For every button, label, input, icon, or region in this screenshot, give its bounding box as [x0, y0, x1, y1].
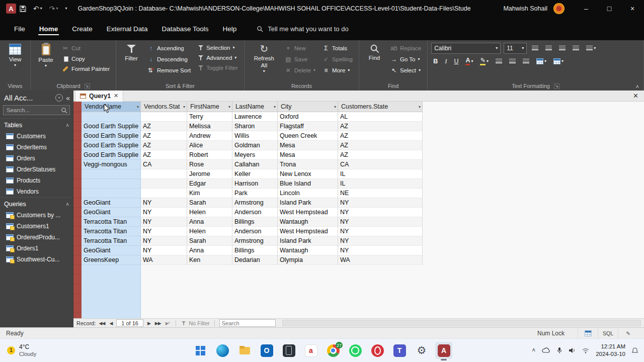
acrobat-icon[interactable]: a	[302, 342, 319, 359]
nav-pane-menu-icon[interactable]: ˅	[55, 94, 63, 102]
record-selector[interactable]	[73, 122, 82, 131]
settings-icon[interactable]: ⚙	[413, 342, 430, 359]
select-all-corner[interactable]	[73, 102, 82, 112]
nav-item-products[interactable]: Products	[0, 175, 73, 186]
opera-icon[interactable]	[369, 342, 386, 359]
column-header-vendors-stat[interactable]: Vendors.Stat▾	[141, 102, 187, 112]
nav-item-orderstatuses[interactable]: OrderStatuses	[0, 164, 73, 175]
table-cell[interactable]	[82, 179, 141, 189]
menu-tab-create[interactable]: Create	[65, 21, 100, 37]
table-cell[interactable]: Robert	[187, 150, 232, 160]
table-cell[interactable]: AZ	[141, 141, 187, 150]
column-dropdown-icon[interactable]: ▾	[419, 105, 421, 109]
save-record-button[interactable]: ▤Save	[282, 54, 318, 64]
table-cell[interactable]: Sharon	[232, 122, 278, 131]
table-cell[interactable]: NY	[141, 208, 187, 217]
find-button[interactable]: Find	[363, 43, 386, 63]
column-header-city[interactable]: City▾	[278, 102, 338, 112]
table-cell[interactable]: Armstrong	[232, 236, 278, 246]
nav-item-customers[interactable]: Customers	[0, 131, 73, 142]
table-cell[interactable]: AZ	[338, 141, 423, 150]
table-cell[interactable]: Sarah	[187, 198, 232, 208]
table-cell[interactable]: Melissa	[187, 122, 232, 131]
column-header-lastname[interactable]: LastName▾	[232, 102, 278, 112]
table-cell[interactable]: WA	[141, 255, 187, 265]
tray-expand-icon[interactable]: ˄	[532, 347, 535, 354]
format-painter-button[interactable]: Format Painter	[59, 64, 112, 73]
table-cell[interactable]: Queen Creek	[278, 131, 338, 141]
table-cell[interactable]: GeoGiant	[82, 246, 141, 255]
column-dropdown-icon[interactable]: ▾	[334, 105, 336, 109]
table-cell[interactable]: AZ	[338, 122, 423, 131]
table-cell[interactable]: IL	[338, 169, 423, 179]
table-cell[interactable]: Anna	[187, 246, 232, 255]
record-selector[interactable]	[73, 112, 82, 122]
nav-pane-collapse-button[interactable]: «	[66, 94, 70, 102]
table-cell[interactable]: Park	[232, 189, 278, 198]
table-cell[interactable]: Meyers	[232, 150, 278, 160]
table-cell[interactable]: NY	[141, 217, 187, 227]
table-cell[interactable]: Lincoln	[278, 189, 338, 198]
collapse-ribbon-button[interactable]: ˄	[636, 83, 639, 89]
menu-tab-external-data[interactable]: External Data	[100, 21, 155, 37]
outlook-icon[interactable]: O	[258, 342, 275, 359]
bullet-list-button[interactable]	[530, 45, 540, 52]
undo-button[interactable]: ↶▾	[30, 3, 46, 14]
align-right-button[interactable]	[521, 58, 531, 65]
table-cell[interactable]: Island Park	[278, 198, 338, 208]
minimize-button[interactable]: –	[575, 0, 598, 17]
alternate-row-color-button[interactable]: ▾	[551, 57, 566, 65]
view-button[interactable]: View▾	[4, 43, 27, 68]
table-cell[interactable]: Terracotta Titan	[82, 227, 141, 236]
table-cell[interactable]	[141, 169, 187, 179]
record-selector[interactable]	[73, 198, 82, 208]
new-blank-record-button[interactable]: ▶*	[164, 321, 171, 326]
clipboard-dialog-launcher[interactable]: ↘	[85, 83, 90, 89]
menu-tab-file[interactable]: File	[7, 21, 32, 37]
more-button[interactable]: ≡More▾	[320, 65, 355, 75]
nav-item-orderitems[interactable]: OrderItems	[0, 142, 73, 153]
menu-tab-home[interactable]: Home	[32, 21, 65, 37]
table-cell[interactable]: Alice	[187, 141, 232, 150]
selection-button[interactable]: Selection▾	[195, 43, 240, 52]
table-cell[interactable]: Wantaugh	[278, 217, 338, 227]
teams-icon[interactable]: T	[391, 342, 408, 359]
table-cell[interactable]: GeoGiant	[82, 208, 141, 217]
record-search-input[interactable]	[219, 319, 276, 327]
number-list-button[interactable]	[543, 45, 554, 52]
record-selector[interactable]	[73, 236, 82, 246]
select-button[interactable]: ↖Select▾	[388, 65, 424, 75]
table-cell[interactable]: Mesa	[278, 141, 338, 150]
table-cell[interactable]: Willis	[232, 131, 278, 141]
record-selector[interactable]	[73, 255, 82, 265]
sql-view-button[interactable]: SQL	[598, 328, 618, 338]
table-cell[interactable]: West Hempstead	[278, 227, 338, 236]
table-cell[interactable]	[141, 179, 187, 189]
table-cell[interactable]: Armstrong	[232, 198, 278, 208]
table-cell[interactable]: NY	[141, 246, 187, 255]
network-icon[interactable]	[582, 348, 589, 353]
column-header-firstname[interactable]: FirstName▾	[187, 102, 232, 112]
table-cell[interactable]: GreensKeep	[82, 255, 141, 265]
table-cell[interactable]: AL	[338, 112, 423, 122]
record-selector[interactable]	[73, 208, 82, 217]
gridlines-button[interactable]: ▾	[534, 57, 548, 65]
last-record-button[interactable]: ▶▶	[153, 321, 163, 326]
onedrive-icon[interactable]	[542, 347, 550, 353]
table-cell[interactable]: NE	[338, 189, 423, 198]
table-cell[interactable]: NY	[338, 227, 423, 236]
nav-section-tables[interactable]: Tables˄	[0, 118, 73, 131]
column-dropdown-icon[interactable]: ▾	[183, 105, 185, 109]
align-left-button[interactable]	[494, 58, 504, 65]
nav-item-orders1[interactable]: Orders1	[0, 243, 73, 254]
highlight-color-button[interactable]: ✎▾	[478, 56, 491, 66]
ascending-button[interactable]: ↑Ascending	[145, 43, 193, 53]
table-cell[interactable]: NY	[338, 208, 423, 217]
table-cell[interactable]: Wantaugh	[278, 246, 338, 255]
align-center-button[interactable]	[507, 58, 518, 65]
table-cell[interactable]: WA	[338, 255, 423, 265]
nav-item-vendors[interactable]: Vendors	[0, 186, 73, 197]
table-cell[interactable]: GeoGiant	[82, 198, 141, 208]
cut-button[interactable]: ✂Cut	[59, 43, 112, 53]
table-cell[interactable]: NY	[338, 236, 423, 246]
